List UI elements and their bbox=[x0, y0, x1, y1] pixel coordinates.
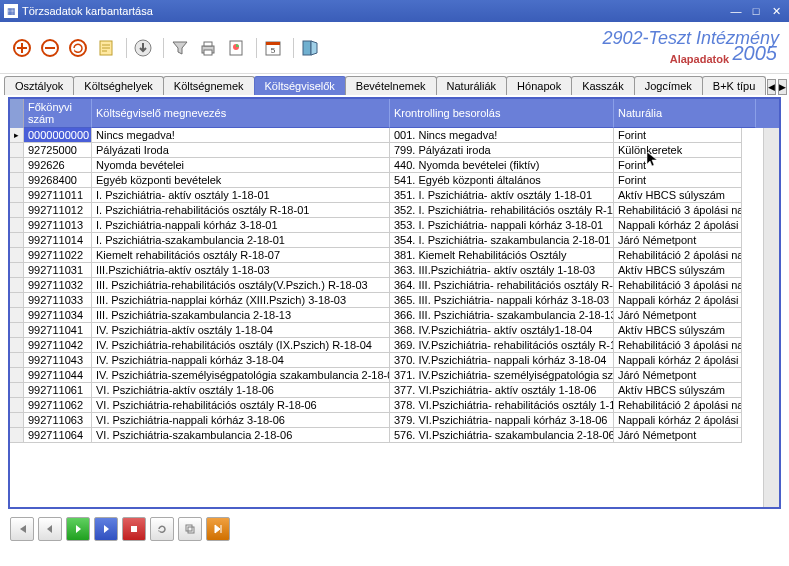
cell: Aktív HBCS súlyszám bbox=[614, 383, 742, 398]
cell: Pályázati Iroda bbox=[92, 143, 390, 158]
tab-kasszák[interactable]: Kasszák bbox=[571, 76, 635, 95]
table-row[interactable]: 992711014I. Pszichiátria-szakambulancia … bbox=[10, 233, 763, 248]
cell: 992711044 bbox=[24, 368, 92, 383]
nav-prev-button[interactable] bbox=[38, 517, 62, 541]
tab-osztályok[interactable]: Osztályok bbox=[4, 76, 74, 95]
remove-button[interactable] bbox=[38, 36, 62, 60]
tab-költséghelyek[interactable]: Költséghelyek bbox=[73, 76, 164, 95]
filter-button[interactable] bbox=[168, 36, 192, 60]
vertical-scrollbar[interactable] bbox=[763, 128, 779, 507]
cell: Aktív HBCS súlyszám bbox=[614, 263, 742, 278]
calendar-button[interactable]: 5 bbox=[261, 36, 285, 60]
tab-bevételnemek[interactable]: Bevételnemek bbox=[345, 76, 437, 95]
table-row[interactable]: 992711032III. Pszichiátria-rehabilitáció… bbox=[10, 278, 763, 293]
cell: Különkeretek bbox=[614, 143, 742, 158]
table-row[interactable]: ▸0000000000Nincs megadva!001. Nincs mega… bbox=[10, 128, 763, 143]
tab-jogcímek[interactable]: Jogcímek bbox=[634, 76, 703, 95]
tab-strip: OsztályokKöltséghelyekKöltségnemekKöltsé… bbox=[0, 74, 789, 95]
col-header-fkszam[interactable]: Főkönyvi szám bbox=[24, 99, 92, 128]
tab-költségviselők[interactable]: Költségviselők bbox=[254, 76, 346, 95]
grid-header: Főkönyvi szám Költségviselő megnevezés K… bbox=[10, 99, 779, 128]
table-row[interactable]: 992626Nyomda bevételei440. Nyomda bevéte… bbox=[10, 158, 763, 173]
table-row[interactable]: 992711013I. Pszichiátria-nappali kórház … bbox=[10, 218, 763, 233]
tab-naturáliák[interactable]: Naturáliák bbox=[436, 76, 508, 95]
cell: 369. IV.Pszichiátria- rehabilitációs osz… bbox=[390, 338, 614, 353]
table-row[interactable]: 992711031III.Pszichiátria-aktív osztály … bbox=[10, 263, 763, 278]
cell: Járó Németpont bbox=[614, 308, 742, 323]
cell: I. Pszichiátria- aktív osztály 1-18-01 bbox=[92, 188, 390, 203]
report-button[interactable] bbox=[224, 36, 248, 60]
table-row[interactable]: 992711064VI. Pszichiátria-szakambulancia… bbox=[10, 428, 763, 443]
table-row[interactable]: 92725000Pályázati Iroda799. Pályázati ir… bbox=[10, 143, 763, 158]
table-row[interactable]: 992711063VI. Pszichiátria-nappali kórház… bbox=[10, 413, 763, 428]
table-row[interactable]: 992711022Kiemelt rehabilitációs osztály … bbox=[10, 248, 763, 263]
download-button[interactable] bbox=[131, 36, 155, 60]
table-row[interactable]: 99268400Egyéb központi bevételek541. Egy… bbox=[10, 173, 763, 188]
tab-scroll-right[interactable]: ▶ bbox=[778, 79, 787, 95]
toolbar: 5 2902-Teszt Intézmény Alapadatok 2005 bbox=[0, 22, 789, 74]
nav-play-button[interactable] bbox=[66, 517, 90, 541]
cell: 371. IV.Pszichiátria- személyiségpatológ… bbox=[390, 368, 614, 383]
refresh-button[interactable] bbox=[66, 36, 90, 60]
nav-next-button[interactable] bbox=[94, 517, 118, 541]
row-indicator bbox=[10, 368, 24, 383]
table-row[interactable]: 992711033III. Pszichiátria-napplai kórhá… bbox=[10, 293, 763, 308]
table-row[interactable]: 992711034III. Pszichiátria-szakambulanci… bbox=[10, 308, 763, 323]
close-button[interactable]: ✕ bbox=[767, 3, 785, 19]
nav-copy-button[interactable] bbox=[178, 517, 202, 541]
cell: 992626 bbox=[24, 158, 92, 173]
cell: 370. IV.Pszichiátria- nappali kórház 3-1… bbox=[390, 353, 614, 368]
cell: 378. VI.Pszichiátria- rehabilitációs osz… bbox=[390, 398, 614, 413]
cell: I. Pszichiátria-szakambulancia 2-18-01 bbox=[92, 233, 390, 248]
notes-button[interactable] bbox=[94, 36, 118, 60]
table-row[interactable]: 992711042IV. Pszichiátria-rehabilitációs… bbox=[10, 338, 763, 353]
print-button[interactable] bbox=[196, 36, 220, 60]
col-header-krontrolling[interactable]: Krontrolling besorolás bbox=[390, 99, 614, 128]
add-button[interactable] bbox=[10, 36, 34, 60]
cell: IV. Pszichiátria-aktív osztály 1-18-04 bbox=[92, 323, 390, 338]
svg-point-2 bbox=[70, 40, 86, 56]
maximize-button[interactable]: □ bbox=[747, 3, 765, 19]
table-row[interactable]: 992711044IV. Pszichiátria-személyiségpat… bbox=[10, 368, 763, 383]
cell: Nincs megadva! bbox=[92, 128, 390, 143]
cell: 541. Egyéb központi általános bbox=[390, 173, 614, 188]
row-indicator bbox=[10, 413, 24, 428]
table-row[interactable]: 992711062VI. Pszichiátria-rehabilitációs… bbox=[10, 398, 763, 413]
grid-body[interactable]: ▸0000000000Nincs megadva!001. Nincs mega… bbox=[10, 128, 763, 507]
nav-first-button[interactable] bbox=[10, 517, 34, 541]
col-header-naturalia[interactable]: Naturália bbox=[614, 99, 756, 128]
table-row[interactable]: 992711012I. Pszichiátria-rehabilitációs … bbox=[10, 203, 763, 218]
cell: 992711061 bbox=[24, 383, 92, 398]
cell: 992711013 bbox=[24, 218, 92, 233]
table-row[interactable]: 992711061VI. Pszichiátria-aktív osztály … bbox=[10, 383, 763, 398]
cell: 992711064 bbox=[24, 428, 92, 443]
svg-text:5: 5 bbox=[271, 46, 276, 55]
exit-button[interactable] bbox=[298, 36, 322, 60]
tab-b+k típu[interactable]: B+K típu bbox=[702, 76, 767, 95]
tab-költségnemek[interactable]: Költségnemek bbox=[163, 76, 255, 95]
nav-last-button[interactable] bbox=[206, 517, 230, 541]
table-row[interactable]: 992711011I. Pszichiátria- aktív osztály … bbox=[10, 188, 763, 203]
svg-rect-11 bbox=[266, 42, 280, 45]
table-row[interactable]: 992711043IV. Pszichiátria-nappali kórház… bbox=[10, 353, 763, 368]
col-header-megnevezes[interactable]: Költségviselő megnevezés bbox=[92, 99, 390, 128]
row-indicator bbox=[10, 398, 24, 413]
row-indicator bbox=[10, 308, 24, 323]
svg-rect-16 bbox=[188, 527, 194, 533]
cell: Aktív HBCS súlyszám bbox=[614, 323, 742, 338]
nav-stop-button[interactable] bbox=[122, 517, 146, 541]
svg-rect-7 bbox=[204, 50, 212, 55]
cell: 992711012 bbox=[24, 203, 92, 218]
cell: 440. Nyomda bevételei (fiktív) bbox=[390, 158, 614, 173]
cell: VI. Pszichiátria-nappali kórház 3-18-06 bbox=[92, 413, 390, 428]
row-indicator bbox=[10, 188, 24, 203]
tab-scroll-left[interactable]: ◀ bbox=[767, 79, 776, 95]
toolbar-separator bbox=[126, 38, 127, 58]
cell: 992711063 bbox=[24, 413, 92, 428]
table-row[interactable]: 992711041IV. Pszichiátria-aktív osztály … bbox=[10, 323, 763, 338]
minimize-button[interactable]: — bbox=[727, 3, 745, 19]
nav-refresh-button[interactable] bbox=[150, 517, 174, 541]
tab-hónapok[interactable]: Hónapok bbox=[506, 76, 572, 95]
cell: III. Pszichiátria-napplai kórház (XIII.P… bbox=[92, 293, 390, 308]
row-indicator bbox=[10, 248, 24, 263]
